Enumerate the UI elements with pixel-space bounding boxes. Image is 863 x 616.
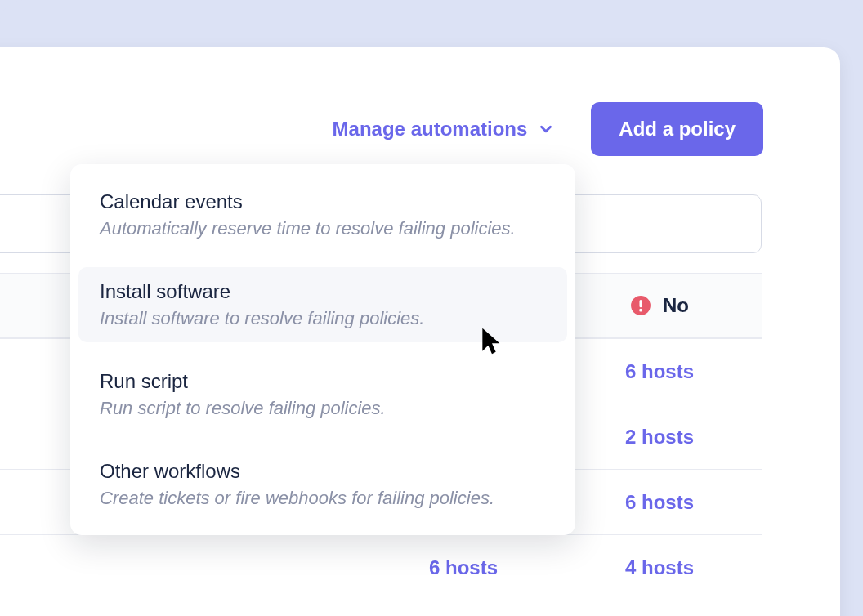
menu-item-subtitle: Automatically reserve time to resolve fa… (100, 218, 546, 239)
page-background: Manage automations Add a policy (0, 0, 863, 616)
svg-point-2 (639, 309, 642, 312)
menu-item-title: Run script (100, 370, 546, 393)
menu-item-calendar-events[interactable]: Calendar events Automatically reserve ti… (78, 177, 567, 252)
menu-item-title: Calendar events (100, 190, 546, 213)
hosts-link[interactable]: 6 hosts (625, 491, 694, 514)
manage-automations-menu: Calendar events Automatically reserve ti… (70, 164, 575, 535)
add-policy-button[interactable]: Add a policy (591, 102, 763, 156)
header-row: Manage automations Add a policy (0, 102, 840, 156)
alert-icon (630, 295, 651, 316)
no-header-label: No (663, 294, 689, 317)
hosts-link[interactable]: 2 hosts (625, 426, 694, 449)
menu-item-subtitle: Install software to resolve failing poli… (100, 308, 546, 329)
menu-item-title: Other workflows (100, 460, 546, 483)
no-column-header: No (557, 294, 762, 317)
hosts-link[interactable]: 4 hosts (625, 556, 694, 579)
menu-item-install-software[interactable]: Install software Install software to res… (78, 267, 567, 342)
menu-item-title: Install software (100, 280, 546, 303)
hosts-link[interactable]: 6 hosts (429, 556, 498, 579)
svg-rect-1 (639, 300, 642, 307)
menu-item-subtitle: Create tickets or fire webhooks for fail… (100, 488, 546, 509)
chevron-down-icon (537, 120, 555, 138)
manage-automations-dropdown[interactable]: Manage automations (333, 118, 556, 141)
table-row: 6 hosts 4 hosts (0, 534, 762, 600)
menu-item-other-workflows[interactable]: Other workflows Create tickets or fire w… (78, 447, 567, 522)
hosts-link[interactable]: 6 hosts (625, 360, 694, 383)
manage-automations-label: Manage automations (333, 118, 528, 141)
menu-item-subtitle: Run script to resolve failing policies. (100, 398, 546, 419)
menu-item-run-script[interactable]: Run script Run script to resolve failing… (78, 357, 567, 432)
